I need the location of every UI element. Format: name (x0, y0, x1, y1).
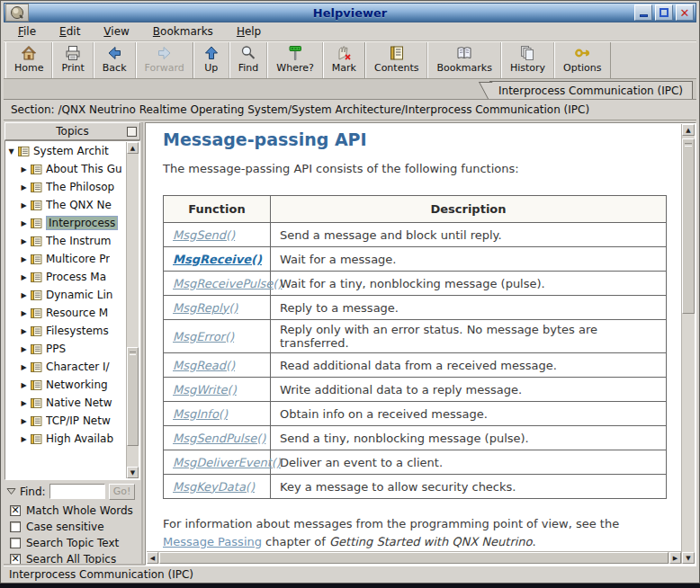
scroll-up-icon[interactable]: ▲ (682, 124, 695, 136)
expand-icon[interactable]: ▶ (19, 273, 29, 281)
tree-item-resource-managers[interactable]: ▶ Resource M (6, 304, 126, 322)
collapse-icon[interactable]: ▼ (6, 147, 16, 156)
expand-icon[interactable]: ▶ (19, 345, 29, 353)
tab-interprocess-communication[interactable]: Interprocess Communication (IPC) (489, 81, 693, 99)
scroll-down-icon[interactable]: ▼ (682, 552, 695, 564)
message-passing-link[interactable]: Message Passing (163, 535, 262, 548)
tree-item-the-qnx-neutrino[interactable]: ▶ The QNX Ne (6, 196, 126, 214)
bookmarks-button[interactable]: Bookmarks (427, 42, 500, 78)
checkbox-unchecked-icon[interactable] (10, 521, 21, 532)
tree-item-interprocess-communication[interactable]: ▶ Interprocess (6, 214, 126, 232)
msgerror-link[interactable]: MsgError() (173, 330, 234, 343)
detach-panel-button[interactable] (127, 127, 137, 137)
tree-item-character-io[interactable]: ▶ Character I/ (6, 358, 126, 376)
print-button[interactable]: Print (52, 42, 93, 78)
msgreceive-link[interactable]: MsgReceive() (173, 253, 262, 266)
tree-item-tcpip-networking[interactable]: ▶ TCP/IP Netw (6, 412, 126, 430)
tree-item-high-availability[interactable]: ▶ High Availab (6, 430, 126, 448)
msgsendpulse-link[interactable]: MsgSendPulse() (173, 432, 265, 445)
tree-item-the-philosophy[interactable]: ▶ The Philosop (6, 178, 126, 196)
expand-icon[interactable]: ▶ (19, 237, 29, 245)
row-description: Write additional data to a reply message… (271, 378, 667, 402)
content-vertical-scrollbar[interactable]: ▲ ▼ (681, 124, 695, 564)
filter-match-whole-words[interactable]: ✕ Match Whole Words (10, 504, 140, 517)
home-button[interactable]: Home (6, 42, 52, 78)
expand-icon[interactable]: ▶ (19, 165, 29, 174)
tree-item-dynamic-linking[interactable]: ▶ Dynamic Lin (6, 286, 126, 304)
msgwrite-link[interactable]: MsgWrite() (173, 383, 237, 396)
msgread-link[interactable]: MsgRead() (173, 359, 235, 372)
filter-case-sensitive[interactable]: Case sensitive (10, 521, 140, 533)
tree-item-label: High Availab (46, 432, 113, 445)
tree-item-process-manager[interactable]: ▶ Process Ma (6, 268, 126, 286)
msgreceivepulse-link[interactable]: MsgReceivePulse() (173, 277, 283, 290)
expand-icon[interactable]: ▶ (19, 291, 29, 299)
menu-file[interactable]: File (18, 25, 36, 38)
msgkeydata-link[interactable]: MsgKeyData() (173, 480, 255, 494)
tree-item-about-this-guide[interactable]: ▶ About This Gu (6, 160, 126, 178)
tree-item-system-architecture[interactable]: ▼ System Archit (6, 142, 126, 160)
expand-icon[interactable]: ▶ (19, 399, 29, 407)
tree-item-filesystems[interactable]: ▶ Filesystems (6, 322, 126, 340)
filter-search-all-topics[interactable]: ✕ Search All Topics (10, 553, 140, 566)
content-horizontal-scrollbar[interactable]: ◀ ▶ (147, 551, 681, 564)
tree-item-label: Dynamic Lin (46, 289, 112, 301)
expand-icon[interactable]: ▶ (19, 363, 29, 371)
menu-view[interactable]: View (103, 25, 129, 38)
where-button[interactable]: Where? (267, 42, 323, 78)
tree-item-multicore-processing[interactable]: ▶ Multicore Pr (6, 250, 126, 268)
contents-button[interactable]: Contents (366, 42, 427, 78)
content-scrollbar-thumb[interactable] (682, 138, 695, 314)
expand-icon[interactable]: ▶ (19, 309, 29, 317)
scroll-up-icon[interactable]: ▲ (127, 142, 139, 154)
scroll-left-icon[interactable]: ◀ (147, 552, 158, 564)
topic-book-icon (31, 433, 42, 445)
find-collapse-icon[interactable] (6, 487, 16, 495)
expand-icon[interactable]: ▶ (19, 201, 29, 209)
expand-icon[interactable]: ▶ (19, 255, 29, 263)
msgdeliverevent-link[interactable]: MsgDeliverEvent() (173, 456, 281, 469)
expand-icon[interactable]: ▶ (19, 327, 29, 335)
tree-item-native-networking[interactable]: ▶ Native Netw (6, 394, 126, 412)
find-input[interactable] (49, 484, 105, 499)
history-button[interactable]: History (501, 42, 554, 78)
topic-book-icon (31, 379, 42, 391)
filter-search-topic-text[interactable]: Search Topic Text (10, 537, 140, 549)
checkbox-checked-icon[interactable]: ✕ (10, 554, 21, 565)
msgsend-link[interactable]: MsgSend() (173, 228, 235, 242)
menu-edit[interactable]: Edit (59, 25, 80, 38)
scroll-down-icon[interactable]: ▼ (127, 467, 139, 478)
table-row: MsgDeliverEvent() Deliver an event to a … (164, 450, 667, 475)
table-row: MsgSend() Send a message and block until… (164, 223, 667, 247)
table-row: MsgSendPulse() Send a tiny, nonblocking … (164, 426, 667, 450)
content-hscrollbar-thumb[interactable] (159, 552, 669, 564)
back-button[interactable]: Back (94, 42, 136, 78)
topics-vertical-scrollbar[interactable]: ▲ ▼ (126, 142, 139, 478)
mark-button[interactable]: Mark (323, 42, 364, 78)
expand-icon[interactable]: ▶ (19, 435, 29, 443)
expand-icon[interactable]: ▶ (19, 183, 29, 192)
expand-icon[interactable]: ▶ (19, 417, 29, 425)
tab-bar: Interprocess Communication (IPC) (4, 79, 696, 100)
scroll-right-icon[interactable]: ▶ (669, 552, 681, 564)
go-button[interactable]: Go! (109, 484, 136, 500)
tree-item-pps[interactable]: ▶ PPS (6, 340, 126, 358)
tree-item-the-instrumented[interactable]: ▶ The Instrum (6, 232, 126, 250)
options-button[interactable]: Options (554, 42, 609, 78)
menu-help[interactable]: Help (237, 25, 261, 38)
expand-icon[interactable]: ▶ (19, 381, 29, 389)
menu-bookmarks[interactable]: Bookmarks (153, 25, 213, 38)
filter-label: Search All Topics (26, 553, 116, 566)
msginfo-link[interactable]: MsgInfo() (173, 407, 228, 421)
expand-icon[interactable]: ▶ (19, 219, 29, 227)
checkbox-checked-icon[interactable]: ✕ (10, 505, 21, 516)
forward-button[interactable]: Forward (136, 42, 193, 78)
msgreply-link[interactable]: MsgReply() (173, 301, 238, 315)
find-button[interactable]: Find (229, 42, 268, 78)
row-description: Deliver an event to a client. (271, 450, 667, 475)
topics-scrollbar-thumb[interactable] (127, 347, 139, 446)
up-button[interactable]: Up (194, 42, 229, 78)
checkbox-unchecked-icon[interactable] (10, 538, 21, 548)
tree-item-networking[interactable]: ▶ Networking (6, 376, 126, 394)
tree-item-label: The Instrum (46, 235, 111, 247)
